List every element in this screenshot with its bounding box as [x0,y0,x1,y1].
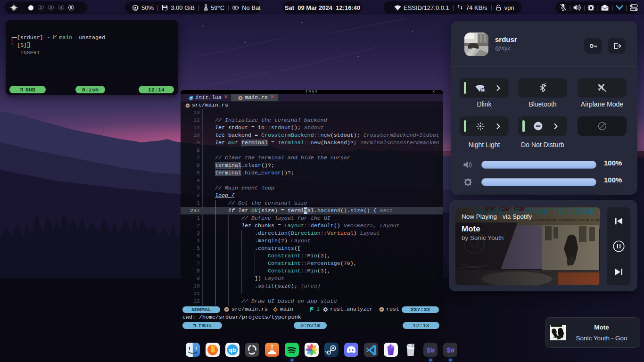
svg-text:qb: qb [229,347,236,354]
svg-text:$W: $W [427,347,435,354]
svg-text:$W: $W [446,347,454,354]
